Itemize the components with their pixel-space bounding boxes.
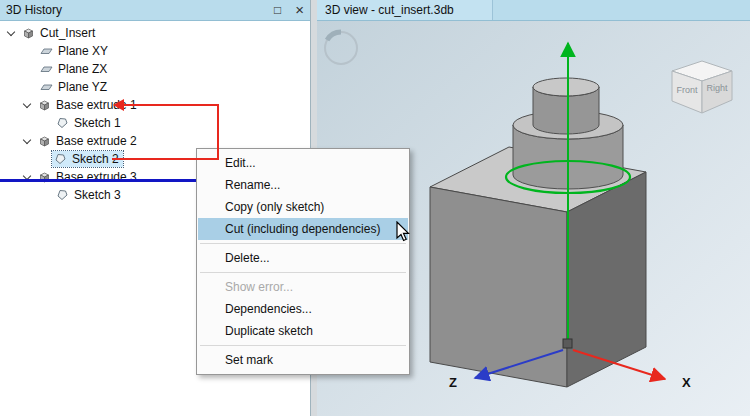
model-cylinder-top[interactable] bbox=[533, 78, 599, 134]
tree-item-label: Cut_Insert bbox=[40, 26, 95, 40]
view-tab[interactable]: 3D view - cut_insert.3db bbox=[317, 0, 493, 20]
annotation-line bbox=[124, 104, 219, 106]
menu-item-duplicate-sketch[interactable]: Duplicate sketch bbox=[198, 320, 408, 342]
mouse-cursor-icon bbox=[396, 221, 412, 243]
plane-icon bbox=[40, 63, 53, 75]
chevron-down-icon[interactable] bbox=[23, 135, 31, 143]
maximize-icon[interactable]: □ bbox=[274, 4, 281, 16]
view-titlebar: 3D view - cut_insert.3db bbox=[317, 0, 750, 21]
menu-separator bbox=[200, 345, 406, 346]
menu-item-set-mark[interactable]: Set mark bbox=[198, 349, 408, 371]
tree-item-label: Plane ZX bbox=[58, 62, 107, 76]
tree-item-label: Base extrude 2 bbox=[56, 134, 137, 148]
tree-item-plane-zx[interactable]: Plane ZX bbox=[0, 60, 309, 78]
tree-item-cut-insert[interactable]: Cut_Insert bbox=[0, 24, 309, 42]
annotation-line bbox=[217, 104, 219, 160]
menu-item-copy-only-sketch[interactable]: Copy (only sketch) bbox=[198, 196, 408, 218]
tree-item-label: Sketch 1 bbox=[74, 116, 121, 130]
tree-item-label: Sketch 3 bbox=[74, 188, 121, 202]
menu-item-rename[interactable]: Rename... bbox=[198, 174, 408, 196]
tree-item-sketch-1[interactable]: Sketch 1 bbox=[0, 114, 309, 132]
menu-separator bbox=[200, 243, 406, 244]
chevron-down-icon[interactable] bbox=[7, 27, 15, 35]
plane-icon bbox=[40, 45, 53, 57]
sketch-icon bbox=[56, 189, 69, 201]
part-cube-icon bbox=[38, 135, 51, 147]
origin-marker bbox=[563, 339, 572, 348]
tree-item-plane-xy[interactable]: Plane XY bbox=[0, 42, 309, 60]
axis-x-label: X bbox=[682, 375, 691, 390]
menu-separator bbox=[200, 272, 406, 273]
view-cube-front-label[interactable]: Front bbox=[676, 85, 698, 95]
close-icon[interactable]: × bbox=[295, 4, 304, 16]
menu-item-dependencies[interactable]: Dependencies... bbox=[198, 298, 408, 320]
sketch-icon bbox=[54, 153, 67, 165]
menu-item-cut-including-dependencies[interactable]: Cut (including dependencies) bbox=[198, 218, 408, 240]
plane-icon bbox=[40, 81, 53, 93]
menu-item-edit[interactable]: Edit... bbox=[198, 152, 408, 174]
part-cube-icon bbox=[38, 99, 51, 111]
view-cube-right-label[interactable]: Right bbox=[706, 83, 728, 93]
annotation-arrowhead bbox=[113, 99, 124, 111]
axis-z-label: Z bbox=[449, 375, 457, 390]
tree-item-label: Plane XY bbox=[58, 44, 108, 58]
tree-item-plane-yz[interactable]: Plane YZ bbox=[0, 78, 309, 96]
menu-item-delete[interactable]: Delete... bbox=[198, 247, 408, 269]
set-mark-line bbox=[0, 179, 196, 182]
history-titlebar: 3D History □ × bbox=[0, 0, 310, 21]
annotation-line bbox=[112, 158, 219, 160]
context-menu: Edit... Rename... Copy (only sketch) Cut… bbox=[196, 148, 410, 375]
application-window: 3D History □ × Cut_Insert Plane XY Plane… bbox=[0, 0, 750, 416]
sketch-icon bbox=[56, 117, 69, 129]
part-cube-icon bbox=[22, 27, 35, 39]
view-panel-title: 3D view - cut_insert.3db bbox=[325, 3, 454, 17]
chevron-down-icon[interactable] bbox=[23, 99, 31, 107]
history-panel-title: 3D History bbox=[6, 3, 260, 17]
menu-item-show-error: Show error... bbox=[198, 276, 408, 298]
tree-item-label: Plane YZ bbox=[58, 80, 107, 94]
